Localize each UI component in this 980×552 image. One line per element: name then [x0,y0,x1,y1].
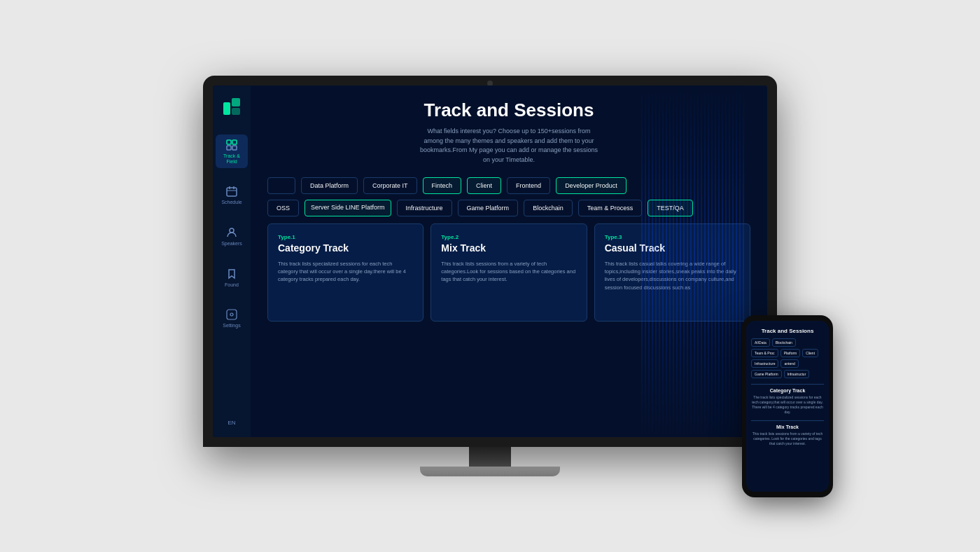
sidebar: Track & Field Schedule [213,85,251,437]
tag-empty[interactable] [267,177,295,194]
track-card-category: Type.1 Category Track This track lists s… [267,223,424,322]
track-type-2: Type.2 [441,234,576,240]
track-card-mix: Type.2 Mix Track This track lists sessio… [430,223,587,322]
track-card-casual: Type.3 Casual Track This track lists cas… [594,223,750,322]
svg-rect-2 [232,108,240,115]
settings-icon [225,308,238,321]
phone-tag-4: Client [802,349,818,357]
phone-tag-2: Team & Proc [751,349,778,357]
sidebar-item-speakers-label: Speakers [221,241,242,247]
tag-fintech[interactable]: Fintech [423,177,462,194]
main-content: Track and Sessions What fields interest … [251,85,767,437]
tag-developer-product[interactable]: Developer Product [556,177,626,194]
grid-icon [225,139,238,151]
track-type-1: Type.1 [278,234,413,240]
phone-page-title: Track and Sessions [751,328,824,334]
track-name-2: Mix Track [441,242,576,254]
phone-tag-3: Platform [780,349,801,357]
person-icon [225,226,238,239]
tags-container: Data Platform Corporate IT Fintech Clien… [267,177,750,216]
phone-divider-1 [751,384,824,385]
tag-team-process[interactable]: Team & Process [578,200,643,216]
phone-screen: Track and Sessions AI/Data Blockchain Te… [746,321,829,492]
calendar-icon [225,185,238,198]
tag-infrastructure[interactable]: Infrastructure [397,200,452,216]
track-type-3: Type.3 [605,234,740,240]
tag-oss[interactable]: OSS [267,200,299,216]
app-logo[interactable] [222,97,241,116]
svg-rect-0 [223,102,230,115]
sidebar-item-speakers[interactable]: Speakers [216,222,248,251]
phone-section-title-1: Category Track [751,388,824,393]
sidebar-item-schedule[interactable]: Schedule [216,181,248,209]
svg-point-11 [230,228,234,233]
track-desc-1: This track lists specialized sessions fo… [278,260,413,284]
sidebar-item-track[interactable]: Track & Field [216,134,248,168]
svg-rect-3 [227,140,231,144]
phone-tag-5: Infrastructure [751,359,778,368]
tag-blockchain[interactable]: Blockchain [524,200,573,216]
page-subtitle: What fields interest you? Choose up to 1… [418,127,600,165]
monitor-stand-base [420,467,560,476]
tag-client[interactable]: Client [467,177,501,194]
tag-game-platform[interactable]: Game Platform [458,200,519,216]
tag-server-side[interactable]: Server Side LINE Platform [304,200,391,216]
language-selector[interactable]: EN [227,420,235,426]
tag-corporate-it[interactable]: Corporate IT [363,177,417,194]
phone-section-title-2: Mix Track [751,425,824,429]
sidebar-item-settings[interactable]: Settings [216,304,248,333]
sidebar-item-found[interactable]: Found [216,263,248,292]
sidebar-item-schedule-label: Schedule [221,200,241,205]
svg-rect-12 [230,313,233,316]
svg-rect-6 [232,146,237,150]
phone-divider-2 [751,420,824,421]
sidebar-item-found-label: Found [225,282,239,288]
phone-body: Track and Sessions AI/Data Blockchain Te… [742,315,833,497]
tag-testqa[interactable]: TEST/QA [648,200,693,216]
phone-tag-0: AI/Data [751,338,770,347]
tags-row-1: Data Platform Corporate IT Fintech Clien… [267,177,750,194]
track-desc-2: This track lists sessions from a variety… [441,260,576,284]
track-name-1: Category Track [278,242,413,254]
phone-tag-6: antend [780,359,798,368]
tag-frontend[interactable]: Frontend [507,177,550,194]
track-desc-3: This track lists casual talks covering a… [605,260,740,291]
svg-rect-4 [232,140,237,144]
svg-rect-7 [227,188,237,196]
phone-section-desc-1: The track lists specialized sessions for… [751,395,824,415]
phone-mockup: Track and Sessions AI/Data Blockchain Te… [742,315,833,497]
svg-rect-5 [227,146,231,150]
phone-section-desc-2: This track lists sessions from a variety… [751,432,824,446]
phone-tag-1: Blockchain [772,338,796,347]
monitor-body: Track & Field Schedule [203,76,777,447]
monitor-screen: Track & Field Schedule [213,85,767,437]
tag-data-platform[interactable]: Data Platform [301,177,358,194]
track-cards: Type.1 Category Track This track lists s… [267,223,750,322]
phone-tags: AI/Data Blockchain Team & Proc Platform … [751,338,824,378]
svg-rect-13 [227,310,237,319]
page-title: Track and Sessions [267,99,750,121]
monitor-wrapper: Track & Field Schedule [203,76,777,476]
tags-row-2: OSS Server Side LINE Platform Infrastruc… [267,200,750,216]
track-name-3: Casual Track [605,242,740,254]
sidebar-item-settings-label: Settings [223,323,240,329]
monitor-stand-neck [469,447,511,467]
phone-tag-7: Game Platform [751,370,782,378]
sidebar-item-track-label: Track & Field [218,153,245,164]
svg-rect-1 [232,98,240,106]
bookmark-icon [225,268,238,280]
phone-tag-8: Infrastructur [784,370,810,378]
page-header: Track and Sessions What fields interest … [267,99,750,165]
